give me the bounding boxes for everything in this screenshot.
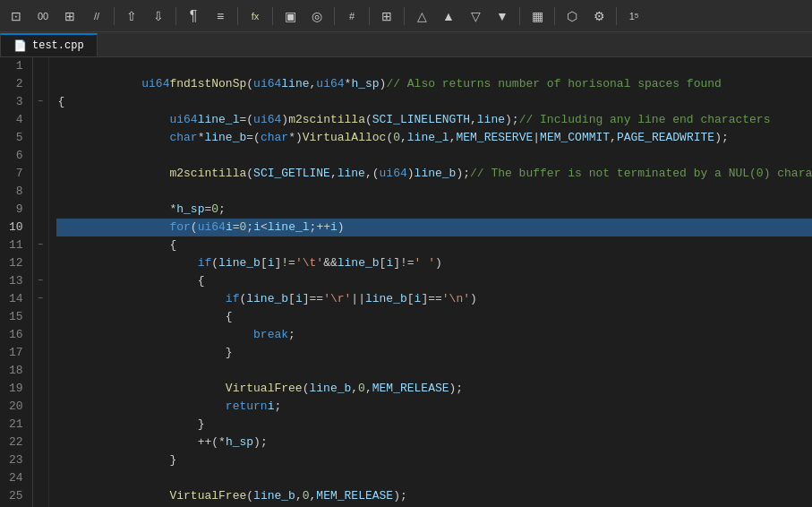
fold-marker [33,362,48,380]
fx-icon[interactable]: fx [243,4,268,29]
fold-marker [33,201,48,219]
separator7 [404,7,405,25]
fold-marker [33,75,48,93]
separator8 [519,7,520,25]
fold-marker [33,344,48,362]
gear-icon[interactable]: ⚙ [586,4,611,29]
fold-marker [33,219,48,236]
fold-marker [33,111,48,129]
line-number: 9 [9,201,23,219]
gutter: − − − − [33,57,49,507]
fold-marker [33,451,48,469]
fold-marker [33,183,48,201]
separator4 [272,7,273,25]
line-number: 3 [9,93,23,111]
scroll-down-icon[interactable]: ⇩ [146,4,171,29]
triangle-up-icon[interactable]: △ [409,4,434,29]
code-line-2: ui64 fnd1stNonSp(ui64 line, ui64 *h_sp) … [56,75,812,93]
fold-marker [33,326,48,344]
display-icon[interactable]: ▦ [525,4,550,29]
number-superscript-icon[interactable]: 15 [621,4,646,29]
code-line-1 [56,57,812,75]
counter-icon[interactable]: 00 [30,4,56,29]
fold-marker[interactable]: − [33,93,48,111]
line-number: 25 [9,487,23,505]
line-number: 11 [9,236,23,254]
fold-marker [33,398,48,416]
camera-icon[interactable]: ◎ [304,4,329,29]
code-line-17: } [56,344,812,362]
line-number: 8 [9,183,23,201]
bookmark-icon[interactable]: ⊡ [4,4,29,29]
line-number: 4 [9,111,23,129]
line-number: 16 [9,326,23,344]
fold-marker [33,434,48,451]
fold-marker [33,165,48,183]
fold-marker [33,147,48,165]
line-number: 23 [9,451,23,469]
paragraph-icon[interactable]: ¶ [181,4,206,29]
cube-icon[interactable]: ⬡ [560,4,585,29]
editor: 1 2 3 4 5 6 7 8 9 10 11 12 13 14 15 16 1… [0,57,812,507]
slash-icon[interactable]: // [84,4,109,29]
fold-marker [33,469,48,487]
fold-marker [33,57,48,75]
code-content[interactable]: ui64 fnd1stNonSp(ui64 line, ui64 *h_sp) … [49,57,812,507]
line-number: 19 [9,380,23,398]
line-number: 5 [9,129,23,147]
line-number: 21 [9,416,23,434]
line-number: 2 [9,75,23,93]
fold-marker [33,487,48,505]
fold-marker[interactable]: − [33,290,48,308]
fold-marker [33,416,48,434]
separator5 [334,7,335,25]
fold-marker[interactable]: − [33,272,48,290]
separator10 [616,7,617,25]
triangle-up-filled-icon[interactable]: ▲ [436,4,461,29]
line-number: 10 [9,219,23,236]
monitor-icon[interactable]: ▣ [278,4,303,29]
line-number: 6 [9,147,23,165]
fold-marker[interactable]: − [33,236,48,254]
fold-marker [33,380,48,398]
tabbar: 📄 test.cpp [0,32,812,57]
toolbar: ⊡ 00 ⊞ // ⇧ ⇩ ¶ ≡ fx ▣ ◎ # ⊞ △ ▲ ▽ ▼ ▦ ⬡… [0,0,812,32]
hash-icon[interactable]: # [339,4,364,29]
line-number: 12 [9,254,23,272]
scroll-up-icon[interactable]: ⇧ [119,4,144,29]
line-number: 14 [9,290,23,308]
separator1 [114,7,115,25]
separator2 [175,7,176,25]
fold-marker [33,308,48,326]
line-number: 1 [9,57,23,75]
fold-marker [33,129,48,147]
grid-icon[interactable]: ⊞ [374,4,399,29]
separator9 [554,7,555,25]
line-number: 22 [9,434,23,451]
triangle-down-icon[interactable]: ▽ [463,4,488,29]
separator3 [237,7,238,25]
columns-icon[interactable]: ⊞ [57,4,82,29]
line-number: 17 [9,344,23,362]
code-line-5: char *line_b = (char *)VirtualAlloc(0, l… [56,129,812,147]
triangle-down-filled-icon[interactable]: ▼ [490,4,515,29]
code-area: 1 2 3 4 5 6 7 8 9 10 11 12 13 14 15 16 1… [0,57,812,507]
line-number: 20 [9,398,23,416]
code-line-23: } [56,451,812,469]
fold-marker [33,254,48,272]
line-number: 18 [9,362,23,380]
file-icon: 📄 [13,39,27,53]
line-numbers: 1 2 3 4 5 6 7 8 9 10 11 12 13 14 15 16 1… [0,57,33,507]
separator6 [369,7,370,25]
line-number: 24 [9,469,23,487]
line-number: 7 [9,165,23,183]
tab-test-cpp[interactable]: 📄 test.cpp [0,33,98,56]
align-icon[interactable]: ≡ [208,4,233,29]
line-number: 13 [9,272,23,290]
code-line-7: m2scintilla(SCI_GETLINE, line, (ui64)lin… [56,165,812,183]
tab-label: test.cpp [32,39,84,52]
line-number: 15 [9,308,23,326]
